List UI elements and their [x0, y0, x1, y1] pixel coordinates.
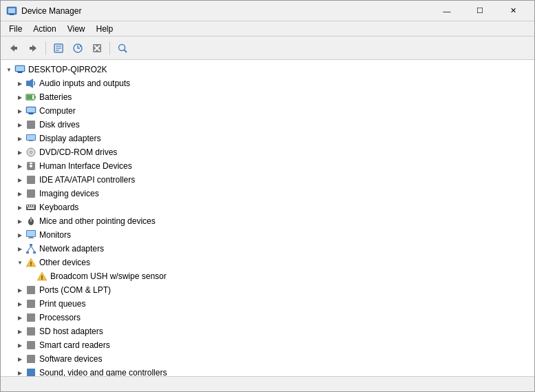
tree-item[interactable]: ▼!Other devices: [1, 256, 534, 269]
menu-help[interactable]: Help: [91, 23, 119, 35]
device-label: Other devices: [39, 258, 90, 267]
expand-button[interactable]: ▶: [14, 285, 25, 296]
expand-button[interactable]: ▶: [14, 147, 25, 158]
menu-view[interactable]: View: [62, 23, 91, 35]
svg-rect-32: [29, 141, 33, 141]
update-driver-button[interactable]: [69, 39, 87, 57]
tree-item[interactable]: ▶Mice and other pointing devices: [1, 214, 534, 228]
expand-button[interactable]: ▶: [14, 133, 25, 144]
device-icon: [25, 312, 36, 323]
menu-file[interactable]: File: [3, 23, 28, 35]
device-icon: [25, 202, 36, 213]
menu-action[interactable]: Action: [28, 23, 61, 35]
svg-rect-24: [27, 95, 32, 99]
minimize-button[interactable]: —: [431, 1, 463, 21]
svg-rect-39: [27, 176, 35, 184]
tree-item[interactable]: ▶Processors: [1, 311, 534, 324]
close-button[interactable]: ✕: [497, 1, 529, 21]
uninstall-button[interactable]: [88, 39, 106, 57]
device-icon: !: [25, 257, 36, 268]
expand-button[interactable]: ▶: [14, 161, 25, 172]
tree-item[interactable]: ▶Human Interface Devices: [1, 159, 534, 173]
tree-item[interactable]: ▶Audio inputs and outputs: [1, 76, 534, 90]
expand-button[interactable]: ▶: [14, 312, 25, 323]
svg-rect-53: [28, 238, 34, 238]
expand-button[interactable]: ▶: [14, 229, 25, 240]
svg-rect-3: [10, 14, 14, 15]
tree-item[interactable]: ▶DVD/CD-ROM drives: [1, 145, 534, 159]
device-label: IDE ATA/ATAPI controllers: [39, 175, 135, 185]
svg-rect-26: [27, 107, 35, 112]
expand-button[interactable]: ▶: [14, 367, 25, 376]
window-controls: — ☐ ✕: [431, 1, 529, 21]
properties-button[interactable]: [50, 39, 67, 57]
tree-item[interactable]: ▶Monitors: [1, 228, 534, 242]
device-tree[interactable]: ▼ DESKTOP-QIPRO2K ▶Audio inputs and outp…: [1, 60, 534, 376]
toolbar-sep-1: [45, 41, 46, 55]
device-icon: [25, 78, 36, 89]
expand-button[interactable]: ▶: [14, 243, 25, 254]
device-icon: [25, 188, 36, 199]
svg-rect-17: [16, 66, 24, 71]
svg-point-37: [30, 165, 32, 167]
tree-root[interactable]: ▼ DESKTOP-QIPRO2K: [1, 63, 534, 76]
status-bar: [1, 376, 534, 391]
expand-button[interactable]: ▶: [14, 78, 25, 89]
expand-button[interactable]: ▶: [14, 105, 25, 116]
tree-item[interactable]: ▶Display adapters: [1, 132, 534, 145]
svg-point-14: [119, 44, 125, 50]
tree-item[interactable]: !Broadcom USH w/swipe sensor: [1, 269, 534, 283]
device-icon: [25, 285, 36, 296]
maximize-button[interactable]: ☐: [464, 1, 496, 21]
device-label: Imaging devices: [39, 189, 99, 198]
device-label: Disk drives: [39, 120, 80, 130]
device-label: Ports (COM & LPT): [39, 285, 111, 295]
device-icon: [25, 119, 36, 130]
device-label: Smart card readers: [39, 340, 110, 350]
svg-rect-66: [27, 327, 35, 336]
tree-item[interactable]: ▶SD host adapters: [1, 324, 534, 338]
expand-button[interactable]: ▶: [14, 353, 25, 364]
tree-item[interactable]: ▶Smart card readers: [1, 338, 534, 352]
svg-rect-44: [31, 205, 32, 207]
svg-rect-31: [27, 135, 35, 140]
tree-item[interactable]: ▶Batteries: [1, 90, 534, 104]
tree-item[interactable]: ▶Network adapters: [1, 242, 534, 256]
expand-button[interactable]: ▶: [14, 298, 25, 309]
expand-button[interactable]: ▶: [14, 188, 25, 199]
svg-rect-63: [27, 286, 35, 294]
svg-rect-1: [8, 8, 15, 13]
device-icon: [25, 326, 36, 337]
expand-button[interactable]: ▶: [14, 202, 25, 213]
expand-button[interactable]: ▶: [14, 216, 25, 227]
expand-button[interactable]: ▶: [14, 174, 25, 185]
tree-item[interactable]: ▶Ports (COM & LPT): [1, 283, 534, 297]
device-label: Processors: [39, 313, 81, 322]
device-label: DVD/CD-ROM drives: [39, 147, 117, 157]
expand-button[interactable]: ▶: [14, 326, 25, 337]
expand-button[interactable]: ▼: [14, 257, 25, 268]
svg-line-58: [31, 246, 34, 251]
expand-button[interactable]: ▶: [14, 340, 25, 351]
forward-button[interactable]: [24, 39, 42, 57]
tree-item[interactable]: ▶Sound, video and game controllers: [1, 366, 534, 376]
svg-rect-42: [27, 205, 28, 207]
root-expand[interactable]: ▼: [3, 64, 14, 75]
tree-item[interactable]: ▶Software devices: [1, 352, 534, 366]
back-button[interactable]: [5, 39, 23, 57]
window-icon: [6, 6, 17, 17]
tree-item[interactable]: ▶IDE ATA/ATAPI controllers: [1, 173, 534, 187]
svg-rect-40: [27, 189, 35, 198]
tree-item[interactable]: ▶Imaging devices: [1, 187, 534, 200]
device-icon: [25, 147, 36, 158]
tree-item[interactable]: ▶Keyboards: [1, 200, 534, 214]
tree-item[interactable]: ▶Computer: [1, 104, 534, 118]
tree-item[interactable]: ▶Disk drives: [1, 118, 534, 132]
root-icon: [14, 64, 25, 75]
svg-rect-2: [9, 14, 14, 14]
expand-button[interactable]: ▶: [14, 92, 25, 103]
tree-item[interactable]: ▶Print queues: [1, 297, 534, 311]
scan-button[interactable]: [114, 39, 132, 57]
svg-point-35: [30, 152, 32, 153]
expand-button[interactable]: ▶: [14, 119, 25, 130]
